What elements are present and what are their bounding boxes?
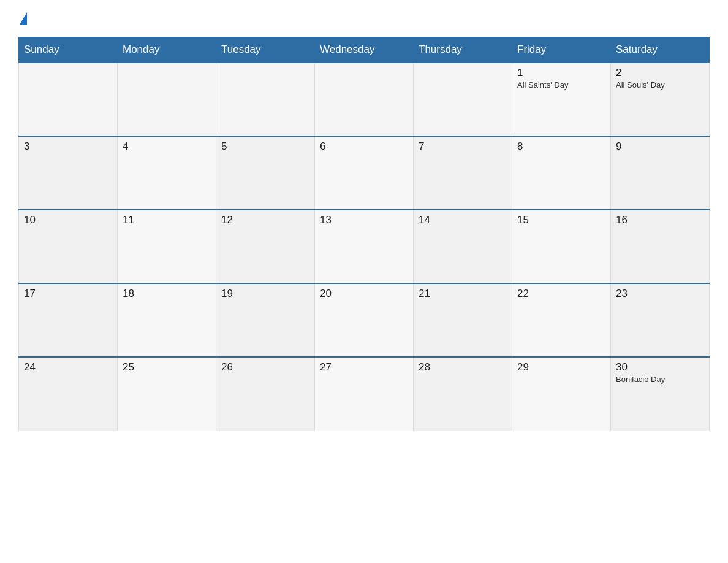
- calendar-week-row: 1All Saints' Day2All Souls' Day: [19, 63, 710, 136]
- day-number: 15: [517, 214, 605, 226]
- day-of-week-header: Sunday: [19, 37, 118, 63]
- calendar-day-cell: 24: [19, 357, 118, 431]
- calendar-day-cell: 19: [216, 283, 315, 357]
- calendar-day-cell: 18: [118, 283, 216, 357]
- calendar-day-cell: 6: [315, 136, 414, 210]
- calendar-day-cell: 28: [414, 357, 512, 431]
- day-number: 4: [123, 140, 211, 153]
- day-number: 24: [24, 361, 112, 373]
- calendar-day-cell: 21: [414, 283, 512, 357]
- calendar-day-cell: 30Bonifacio Day: [611, 357, 710, 431]
- day-number: 1: [517, 67, 605, 79]
- day-number: 21: [419, 288, 507, 300]
- day-number: 16: [616, 214, 704, 226]
- day-number: 25: [123, 361, 211, 373]
- day-of-week-header: Saturday: [611, 37, 710, 63]
- calendar-day-cell: 5: [216, 136, 315, 210]
- day-number: 17: [24, 288, 112, 300]
- day-number: 19: [221, 288, 309, 300]
- calendar-header-row: SundayMondayTuesdayWednesdayThursdayFrid…: [19, 37, 710, 63]
- day-number: 27: [320, 361, 408, 373]
- day-number: 26: [221, 361, 309, 373]
- calendar-day-cell: 27: [315, 357, 414, 431]
- calendar-day-cell: 11: [118, 210, 216, 283]
- day-number: 3: [24, 140, 112, 153]
- calendar-day-cell: [19, 63, 118, 136]
- calendar-day-cell: 25: [118, 357, 216, 431]
- calendar-week-row: 10111213141516: [19, 210, 710, 283]
- calendar-day-cell: 8: [512, 136, 611, 210]
- calendar-day-cell: 4: [118, 136, 216, 210]
- calendar-day-cell: 1All Saints' Day: [512, 63, 611, 136]
- calendar-day-cell: 3: [19, 136, 118, 210]
- calendar-day-cell: 7: [414, 136, 512, 210]
- calendar-day-cell: 9: [611, 136, 710, 210]
- day-of-week-header: Tuesday: [216, 37, 315, 63]
- day-number: 9: [616, 140, 704, 153]
- day-number: 5: [221, 140, 309, 153]
- day-number: 8: [517, 140, 605, 153]
- day-number: 20: [320, 288, 408, 300]
- day-of-week-header: Wednesday: [315, 37, 414, 63]
- logo-triangle-icon: [20, 12, 27, 25]
- calendar-day-cell: 2All Souls' Day: [611, 63, 710, 136]
- day-number: 28: [419, 361, 507, 373]
- logo: [18, 12, 27, 26]
- calendar-week-row: 3456789: [19, 136, 710, 210]
- day-number: 6: [320, 140, 408, 153]
- day-number: 7: [419, 140, 507, 153]
- calendar-day-cell: 15: [512, 210, 611, 283]
- calendar-day-cell: [216, 63, 315, 136]
- calendar-day-cell: [118, 63, 216, 136]
- day-number: 2: [616, 67, 704, 79]
- day-number: 10: [24, 214, 112, 226]
- calendar-day-cell: 16: [611, 210, 710, 283]
- calendar-day-cell: 10: [19, 210, 118, 283]
- calendar-day-cell: 26: [216, 357, 315, 431]
- day-of-week-header: Thursday: [414, 37, 512, 63]
- calendar-day-cell: [414, 63, 512, 136]
- page-header: [18, 12, 710, 26]
- event-label: Bonifacio Day: [616, 375, 704, 384]
- calendar-table: SundayMondayTuesdayWednesdayThursdayFrid…: [18, 37, 710, 431]
- calendar-day-cell: [315, 63, 414, 136]
- day-of-week-header: Friday: [512, 37, 611, 63]
- event-label: All Souls' Day: [616, 80, 704, 90]
- calendar-day-cell: 17: [19, 283, 118, 357]
- day-number: 29: [517, 361, 605, 373]
- calendar-day-cell: 23: [611, 283, 710, 357]
- day-number: 13: [320, 214, 408, 226]
- calendar-week-row: 17181920212223: [19, 283, 710, 357]
- calendar-day-cell: 13: [315, 210, 414, 283]
- day-number: 22: [517, 288, 605, 300]
- day-number: 14: [419, 214, 507, 226]
- day-number: 11: [123, 214, 211, 226]
- event-label: All Saints' Day: [517, 80, 605, 90]
- calendar-day-cell: 20: [315, 283, 414, 357]
- day-number: 23: [616, 288, 704, 300]
- day-of-week-header: Monday: [118, 37, 216, 63]
- day-number: 18: [123, 288, 211, 300]
- calendar-day-cell: 12: [216, 210, 315, 283]
- calendar-day-cell: 22: [512, 283, 611, 357]
- calendar-day-cell: 29: [512, 357, 611, 431]
- day-number: 12: [221, 214, 309, 226]
- calendar-day-cell: 14: [414, 210, 512, 283]
- calendar-week-row: 24252627282930Bonifacio Day: [19, 357, 710, 431]
- day-number: 30: [616, 361, 704, 373]
